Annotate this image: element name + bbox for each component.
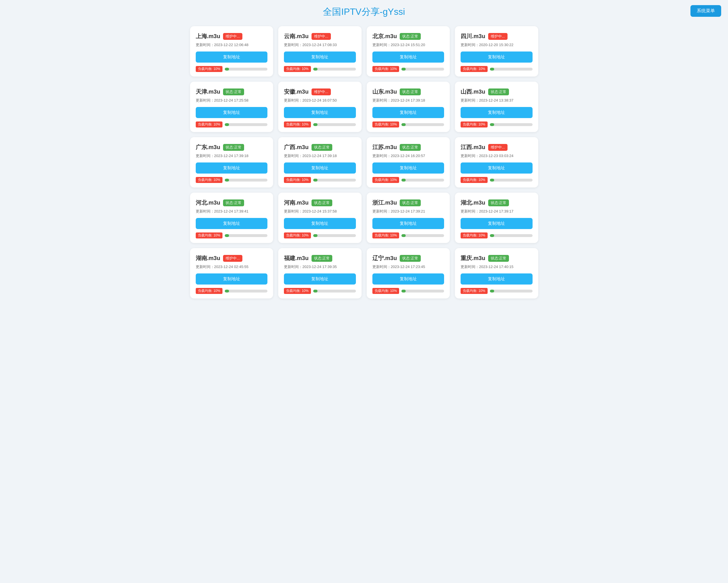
card-time-9: 更新时间：2023-12-24 17:39:18 <box>284 153 356 158</box>
load-bar-fill-19 <box>490 290 494 293</box>
card-name-7: 山西.m3u <box>461 88 485 96</box>
load-bar-18: 负载均衡: 10% <box>372 288 444 294</box>
card-name-5: 安徽.m3u <box>284 88 309 96</box>
load-label-5: 负载均衡: 10% <box>284 122 311 127</box>
status-badge-2: 状态:正常 <box>400 33 421 40</box>
card-12: 河北.m3u 状态:正常 更新时间：2023-12-24 17:39:41 复制… <box>190 193 274 243</box>
copy-button-13[interactable]: 复制地址 <box>284 218 356 229</box>
load-bar-fill-1 <box>313 68 317 71</box>
load-label-16: 负载均衡: 10% <box>196 288 223 294</box>
copy-button-10[interactable]: 复制地址 <box>372 162 444 174</box>
card-name-13: 河南.m3u <box>284 199 309 207</box>
card-time-0: 更新时间：2023-12-22 12:06:48 <box>196 43 268 48</box>
card-time-4: 更新时间：2023-12-24 17:25:58 <box>196 98 268 103</box>
load-label-1: 负载均衡: 10% <box>284 66 311 72</box>
copy-button-19[interactable]: 复制地址 <box>461 274 532 284</box>
card-name-10: 江苏.m3u <box>372 144 397 151</box>
load-bar-bg-0 <box>225 68 267 71</box>
card-time-3: 更新时间：2020-12-20 15:30:22 <box>461 43 532 48</box>
load-bar-bg-13 <box>313 234 356 237</box>
copy-button-2[interactable]: 复制地址 <box>372 51 444 62</box>
load-label-18: 负载均衡: 10% <box>372 288 399 294</box>
card-19: 重庆.m3u 状态:正常 更新时间：2023-12-24 17:40:15 复制… <box>455 248 538 299</box>
copy-button-17[interactable]: 复制地址 <box>284 274 356 284</box>
status-badge-8: 状态:正常 <box>223 144 244 151</box>
load-bar-fill-5 <box>313 123 317 126</box>
card-header-2: 北京.m3u 状态:正常 <box>372 32 444 40</box>
load-bar-fill-7 <box>490 123 494 126</box>
card-header-14: 浙江.m3u 状态:正常 <box>372 199 444 207</box>
card-time-18: 更新时间：2023-12-24 17:23:45 <box>372 264 444 270</box>
card-10: 江苏.m3u 状态:正常 更新时间：2023-12-24 16:20:57 复制… <box>367 137 450 187</box>
status-badge-7: 状态:正常 <box>488 88 509 95</box>
status-badge-0: 维护中... <box>223 33 242 40</box>
card-header-15: 湖北.m3u 状态:正常 <box>461 199 532 207</box>
load-label-10: 负载均衡: 10% <box>372 177 399 183</box>
load-bar-bg-3 <box>490 68 532 71</box>
copy-button-7[interactable]: 复制地址 <box>461 107 532 118</box>
load-bar-12: 负载均衡: 10% <box>196 232 268 238</box>
copy-button-4[interactable]: 复制地址 <box>196 107 268 118</box>
load-bar-fill-4 <box>225 123 229 126</box>
load-bar-19: 负载均衡: 10% <box>461 288 532 294</box>
load-bar-bg-14 <box>401 234 444 237</box>
copy-button-15[interactable]: 复制地址 <box>461 218 532 229</box>
card-header-4: 天津.m3u 状态:正常 <box>196 88 268 96</box>
status-badge-6: 状态:正常 <box>400 88 421 95</box>
load-label-17: 负载均衡: 10% <box>284 288 311 294</box>
card-header-17: 福建.m3u 状态:正常 <box>284 254 356 262</box>
card-time-12: 更新时间：2023-12-24 17:39:41 <box>196 209 268 214</box>
card-name-1: 云南.m3u <box>284 32 309 40</box>
card-14: 浙江.m3u 状态:正常 更新时间：2023-12-24 17:39:21 复制… <box>367 193 450 243</box>
card-name-9: 广西.m3u <box>284 144 309 151</box>
load-bar-fill-10 <box>401 179 406 181</box>
card-18: 辽宁.m3u 状态:正常 更新时间：2023-12-24 17:23:45 复制… <box>367 248 450 299</box>
load-bar-bg-6 <box>401 123 444 126</box>
copy-button-11[interactable]: 复制地址 <box>461 162 532 174</box>
load-bar-bg-2 <box>401 68 444 71</box>
load-label-4: 负载均衡: 10% <box>196 122 223 127</box>
sys-menu-button[interactable]: 系统菜单 <box>691 5 721 17</box>
copy-button-5[interactable]: 复制地址 <box>284 107 356 118</box>
card-time-6: 更新时间：2023-12-24 17:39:18 <box>372 98 444 103</box>
copy-button-18[interactable]: 复制地址 <box>372 274 444 284</box>
card-name-2: 北京.m3u <box>372 32 397 40</box>
card-name-4: 天津.m3u <box>196 88 220 96</box>
card-17: 福建.m3u 状态:正常 更新时间：2023-12-24 17:39:35 复制… <box>278 248 362 299</box>
load-bar-fill-6 <box>401 123 406 126</box>
copy-button-9[interactable]: 复制地址 <box>284 162 356 174</box>
card-name-17: 福建.m3u <box>284 254 309 262</box>
load-bar-2: 负载均衡: 10% <box>372 66 444 72</box>
copy-button-16[interactable]: 复制地址 <box>196 274 268 284</box>
load-label-14: 负载均衡: 10% <box>372 232 399 238</box>
copy-button-3[interactable]: 复制地址 <box>461 51 532 62</box>
load-bar-bg-7 <box>490 123 532 126</box>
load-bar-fill-13 <box>313 234 317 237</box>
card-name-11: 江西.m3u <box>461 144 485 151</box>
card-header-5: 安徽.m3u 维护中... <box>284 88 356 96</box>
load-bar-fill-2 <box>401 68 406 71</box>
card-header-6: 山东.m3u 状态:正常 <box>372 88 444 96</box>
card-name-12: 河北.m3u <box>196 199 220 207</box>
load-bar-fill-0 <box>225 68 229 71</box>
copy-button-6[interactable]: 复制地址 <box>372 107 444 118</box>
copy-button-0[interactable]: 复制地址 <box>196 51 268 62</box>
load-label-0: 负载均衡: 10% <box>196 66 223 72</box>
load-bar-17: 负载均衡: 10% <box>284 288 356 294</box>
status-badge-4: 状态:正常 <box>223 88 244 95</box>
load-bar-1: 负载均衡: 10% <box>284 66 356 72</box>
card-8: 广东.m3u 状态:正常 更新时间：2023-12-24 17:39:18 复制… <box>190 137 274 187</box>
copy-button-1[interactable]: 复制地址 <box>284 51 356 62</box>
card-time-16: 更新时间：2023-12-24 02:45:55 <box>196 264 268 270</box>
status-badge-9: 状态:正常 <box>312 144 333 151</box>
load-bar-10: 负载均衡: 10% <box>372 177 444 183</box>
copy-button-8[interactable]: 复制地址 <box>196 162 268 174</box>
card-name-8: 广东.m3u <box>196 144 220 151</box>
load-bar-fill-15 <box>490 234 494 237</box>
card-name-15: 湖北.m3u <box>461 199 485 207</box>
card-header-10: 江苏.m3u 状态:正常 <box>372 144 444 151</box>
copy-button-14[interactable]: 复制地址 <box>372 218 444 229</box>
load-bar-fill-11 <box>490 179 494 181</box>
card-15: 湖北.m3u 状态:正常 更新时间：2023-12-24 17:39:17 复制… <box>455 193 538 243</box>
copy-button-12[interactable]: 复制地址 <box>196 218 268 229</box>
